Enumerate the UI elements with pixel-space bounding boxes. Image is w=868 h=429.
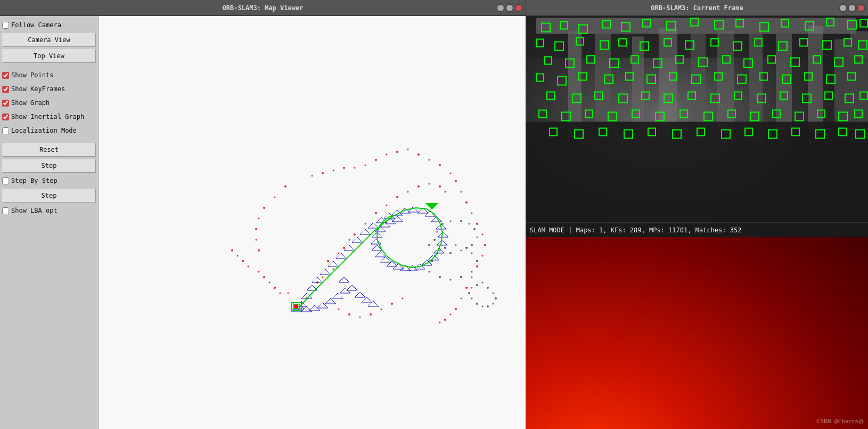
show-keyframes-checkbox[interactable] bbox=[2, 86, 9, 93]
stop-button[interactable]: Stop bbox=[2, 159, 96, 173]
svg-point-21 bbox=[445, 191, 446, 193]
svg-point-94 bbox=[469, 223, 470, 225]
localization-mode-checkbox-item[interactable]: Localization Mode bbox=[2, 125, 96, 136]
svg-point-13 bbox=[365, 223, 366, 225]
svg-point-74 bbox=[274, 197, 276, 198]
show-graph-checkbox[interactable] bbox=[2, 100, 9, 107]
svg-marker-164 bbox=[427, 204, 437, 209]
svg-point-56 bbox=[429, 271, 430, 273]
slam-status-text: SLAM MODE | Maps: 1, KFs: 289, MPs: 1170… bbox=[530, 226, 741, 234]
svg-point-79 bbox=[258, 249, 260, 252]
close-button-left[interactable] bbox=[515, 4, 522, 12]
svg-point-70 bbox=[333, 170, 334, 172]
svg-point-9 bbox=[338, 253, 340, 254]
follow-camera-checkbox-item[interactable]: Follow Camera bbox=[2, 19, 96, 31]
red-background-area: CSDN @Charms@ bbox=[526, 237, 868, 429]
show-inertial-graph-checkbox[interactable] bbox=[2, 114, 9, 120]
svg-point-93 bbox=[473, 228, 476, 230]
show-inertial-graph-checkbox-item[interactable]: Show Inertial Graph bbox=[2, 111, 96, 123]
svg-rect-173 bbox=[632, 37, 644, 122]
svg-point-23 bbox=[263, 276, 265, 278]
watermark-text: CSDN @Charms@ bbox=[817, 418, 863, 425]
svg-point-4 bbox=[288, 293, 289, 294]
svg-marker-160 bbox=[325, 298, 336, 304]
svg-point-32 bbox=[375, 159, 377, 161]
svg-point-61 bbox=[476, 260, 478, 262]
svg-point-100 bbox=[482, 282, 484, 284]
svg-point-25 bbox=[274, 287, 276, 289]
svg-point-107 bbox=[476, 303, 478, 305]
svg-point-83 bbox=[370, 313, 372, 315]
svg-point-58 bbox=[450, 279, 452, 281]
reset-button[interactable]: Reset bbox=[2, 143, 96, 157]
svg-point-29 bbox=[237, 255, 239, 257]
svg-point-17 bbox=[407, 191, 409, 193]
svg-point-18 bbox=[417, 185, 420, 188]
show-keyframes-label: Show KeyFrames bbox=[11, 85, 65, 93]
svg-point-14 bbox=[375, 212, 377, 214]
svg-point-34 bbox=[396, 151, 398, 153]
maximize-button-left[interactable] bbox=[506, 4, 513, 12]
svg-marker-153 bbox=[339, 277, 349, 282]
svg-point-50 bbox=[465, 287, 468, 289]
svg-marker-119 bbox=[328, 261, 339, 266]
svg-point-80 bbox=[338, 309, 340, 310]
svg-point-84 bbox=[381, 309, 382, 310]
svg-point-96 bbox=[450, 221, 452, 222]
svg-point-81 bbox=[348, 313, 350, 315]
svg-point-73 bbox=[284, 185, 286, 188]
camera-view-button[interactable]: Camera View bbox=[2, 33, 96, 47]
show-inertial-graph-label: Show Inertial Graph bbox=[11, 113, 84, 120]
svg-marker-155 bbox=[355, 292, 365, 297]
svg-point-78 bbox=[256, 239, 257, 241]
svg-point-46 bbox=[484, 244, 486, 246]
show-graph-label: Show Graph bbox=[11, 99, 50, 107]
svg-point-59 bbox=[460, 276, 462, 278]
show-points-checkbox[interactable] bbox=[2, 72, 9, 79]
svg-point-87 bbox=[428, 244, 430, 246]
svg-point-28 bbox=[242, 260, 244, 262]
svg-marker-159 bbox=[332, 293, 343, 298]
slam-map-svg bbox=[99, 16, 526, 429]
svg-marker-118 bbox=[320, 269, 331, 274]
localization-mode-checkbox[interactable] bbox=[2, 127, 9, 134]
show-graph-checkbox-item[interactable]: Show Graph bbox=[2, 97, 96, 109]
svg-rect-174 bbox=[659, 29, 677, 135]
maximize-button-right[interactable] bbox=[848, 4, 856, 12]
svg-point-51 bbox=[461, 298, 462, 300]
map-viewer-titlebar: ORB-SLAM3: Map Viewer bbox=[0, 0, 526, 16]
step-button[interactable]: Step bbox=[2, 189, 96, 203]
svg-point-41 bbox=[461, 191, 462, 193]
close-button-right[interactable] bbox=[857, 4, 865, 12]
show-lba-checkbox[interactable] bbox=[2, 207, 9, 214]
minimize-button-left[interactable] bbox=[497, 4, 504, 12]
svg-point-47 bbox=[482, 255, 484, 257]
svg-point-49 bbox=[471, 277, 473, 278]
follow-camera-checkbox[interactable] bbox=[2, 22, 9, 29]
svg-point-7 bbox=[333, 269, 334, 270]
svg-point-91 bbox=[471, 244, 473, 246]
current-trajectory bbox=[299, 204, 443, 308]
current-frame-titlebar: ORB-SLAM3: Current Frame bbox=[526, 0, 868, 16]
step-by-step-checkbox-item[interactable]: Step By Step bbox=[2, 175, 96, 187]
top-view-button[interactable]: Top View bbox=[2, 49, 96, 63]
show-keyframes-checkbox-item[interactable]: Show KeyFrames bbox=[2, 83, 96, 95]
svg-point-92 bbox=[477, 237, 478, 238]
step-by-step-checkbox[interactable] bbox=[2, 177, 9, 184]
svg-point-64 bbox=[455, 245, 457, 246]
show-lba-checkbox-item[interactable]: Show LBA opt bbox=[2, 205, 96, 216]
svg-point-40 bbox=[455, 180, 457, 182]
svg-point-52 bbox=[455, 308, 457, 310]
minimize-button-right[interactable] bbox=[839, 4, 847, 12]
svg-point-45 bbox=[482, 234, 484, 236]
svg-point-12 bbox=[354, 233, 356, 236]
svg-point-60 bbox=[471, 271, 473, 273]
svg-rect-179 bbox=[808, 26, 823, 133]
show-points-checkbox-item[interactable]: Show Points bbox=[2, 69, 96, 81]
svg-marker-147 bbox=[371, 239, 381, 244]
svg-point-86 bbox=[402, 298, 404, 300]
svg-point-54 bbox=[444, 319, 446, 321]
camera-frame bbox=[526, 16, 868, 222]
svg-point-36 bbox=[417, 153, 420, 156]
svg-point-22 bbox=[258, 271, 260, 273]
